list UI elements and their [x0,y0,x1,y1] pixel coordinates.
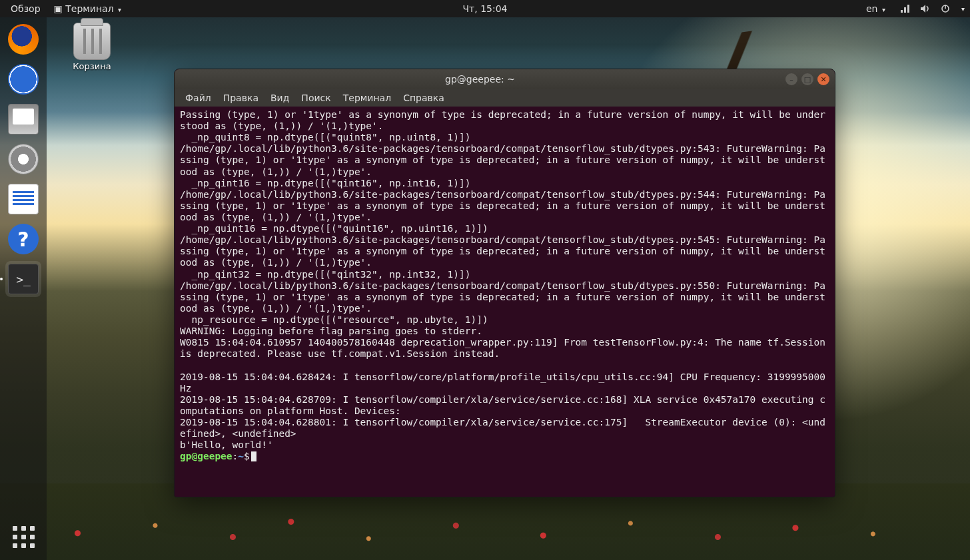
dock-item-disk-usage[interactable] [5,141,41,177]
thunderbird-icon [8,64,39,95]
files-icon [8,104,39,135]
svg-marker-3 [921,5,925,13]
terminal-menubar: Файл Правка Вид Поиск Терминал Справка [175,89,835,107]
power-icon[interactable] [940,3,951,14]
dock-item-files[interactable] [5,101,41,137]
dock-item-help[interactable]: ? [5,221,41,257]
terminal-window: gp@geepee: ~ – □ ✕ Файл Правка Вид Поиск… [174,69,835,497]
menu-help[interactable]: Справка [398,91,450,105]
dock-item-terminal[interactable]: >_ [5,261,41,297]
chevron-down-icon: ▾ [118,6,121,13]
trash-icon [73,23,111,60]
chevron-down-icon: ▾ [882,6,885,13]
app-menu-label: Терминал [65,3,113,14]
terminal-body[interactable]: Passing (type, 1) or '1type' as a synony… [175,107,835,497]
prompt-user-host: gp@geepee [180,451,233,461]
window-titlebar[interactable]: gp@geepee: ~ – □ ✕ [175,69,835,89]
firefox-icon [8,24,39,55]
prompt-path: ~ [238,451,244,461]
network-icon[interactable] [900,3,911,14]
volume-icon[interactable] [920,3,931,14]
help-icon: ? [8,224,39,254]
chevron-down-icon: ▾ [961,5,965,13]
terminal-icon: ▣ [54,3,63,14]
menu-file[interactable]: Файл [180,91,217,105]
prompt-sep: : [233,451,239,461]
keyboard-layout-button[interactable]: en ▾ [861,2,891,15]
menu-view[interactable]: Вид [265,91,294,105]
disk-usage-icon [8,144,39,174]
clock-button[interactable]: Чт, 15:04 [458,2,513,15]
dock-item-thunderbird[interactable] [5,61,41,97]
window-maximize-button[interactable]: □ [801,73,813,85]
writer-icon [8,184,39,214]
svg-rect-0 [901,10,903,13]
window-title: gp@geepee: ~ [175,74,785,85]
show-applications-button[interactable] [9,523,37,551]
menu-search[interactable]: Поиск [296,91,336,105]
dock-item-libreoffice-writer[interactable] [5,181,41,217]
top-panel: Обзор ▣ Терминал ▾ Чт, 15:04 en ▾ ▾ [0,0,970,17]
dock: ? >_ [0,17,47,560]
keyboard-layout-label: en [866,3,878,14]
terminal-cursor [251,451,256,461]
svg-rect-1 [904,7,906,13]
prompt-symbol: $ [244,451,250,461]
menu-edit[interactable]: Правка [218,91,264,105]
menu-terminal[interactable]: Терминал [338,91,396,105]
terminal-output: Passing (type, 1) or '1type' as a synony… [180,109,831,450]
trash-label: Корзина [65,61,119,71]
terminal-icon: >_ [8,264,39,294]
window-minimize-button[interactable]: – [785,73,797,85]
svg-rect-2 [907,5,909,13]
dock-item-firefox[interactable] [5,21,41,57]
window-close-button[interactable]: ✕ [817,73,829,85]
activities-button[interactable]: Обзор [5,2,46,15]
app-menu-button[interactable]: ▣ Терминал ▾ [49,2,127,15]
desktop-icon-trash[interactable]: Корзина [65,23,119,71]
